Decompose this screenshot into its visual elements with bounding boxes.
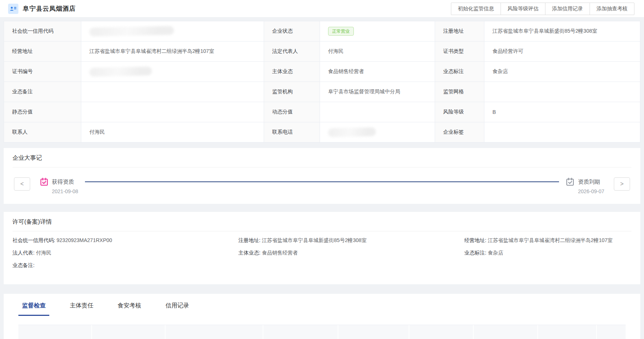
main-content: 社会统一信用代码 企业状态 正常营业 注册地址 江苏省盐城市阜宁县阜城新盛街85… — [0, 18, 644, 339]
info-label-registered-address: 注册地址 — [435, 21, 484, 42]
calendar-check-icon-pink — [40, 177, 49, 186]
milestone-expire: 资质到期 2026-09-07 — [566, 177, 604, 194]
milestones-section-title: 企业大事记 — [13, 155, 42, 161]
info-value-dynamic-score — [320, 102, 435, 122]
info-label-enterprise-status: 企业状态 — [264, 21, 320, 42]
tab-food-safety-assessment[interactable]: 食安考核 — [114, 302, 145, 316]
info-label-supervision-grid: 监管网格 — [435, 82, 484, 102]
info-label-contact-phone: 联系电话 — [264, 122, 320, 143]
info-label-business-mark: 业态标注 — [435, 62, 484, 82]
info-label-certificate-number: 证书编号 — [4, 62, 81, 82]
info-label-certificate-type: 证书类型 — [435, 42, 484, 62]
id-card-icon — [8, 4, 18, 14]
info-value-contact-phone — [320, 122, 435, 143]
milestone-date: 2026-09-07 — [578, 188, 604, 194]
page-title: 阜宁县云凤烟酒店 — [23, 4, 76, 13]
detail-business-address: 经营地址江苏省盐城市阜宁县阜城崔湾村二组绿洲半岛2幢107室 — [465, 237, 631, 244]
info-value-main-business-type: 食品销售经营者 — [320, 62, 435, 82]
info-value-supervision-grid — [484, 82, 640, 102]
info-value-registered-address: 江苏省盐城市阜宁县阜城新盛街85号2幢308室 — [484, 21, 640, 42]
info-label-enterprise-tag: 企业标签 — [435, 122, 484, 143]
timeline-prev-button[interactable]: < — [14, 177, 30, 191]
records-table-header — [18, 325, 626, 339]
tab-subject-responsibility[interactable]: 主体责任 — [66, 302, 97, 316]
info-value-risk-level: B — [484, 102, 640, 122]
info-label-business-address: 经营地址 — [4, 42, 81, 62]
add-spot-check-button[interactable]: 添加抽查考核 — [590, 3, 634, 15]
redacted-smudge — [328, 127, 376, 137]
milestone-date: 2021-09-08 — [52, 188, 78, 194]
info-value-certificate-number — [81, 62, 264, 82]
detail-legal-representative: 法人代表付海民 — [13, 250, 238, 256]
milestones-card: 企业大事记 < 获得资质 2021-09-08 — [4, 148, 640, 204]
info-value-contact-person: 付海民 — [81, 122, 264, 143]
records-tabs: 监督检查 主体责任 食安考核 信用记录 — [18, 302, 626, 316]
tab-supervision-inspection[interactable]: 监督检查 — [18, 302, 49, 316]
info-label-risk-level: 风险等级 — [435, 102, 484, 122]
info-value-static-score — [81, 102, 264, 122]
tab-credit-record[interactable]: 信用记录 — [162, 302, 193, 316]
info-value-enterprise-tag — [484, 122, 640, 143]
risk-level-assess-button[interactable]: 风险等级评估 — [501, 3, 545, 15]
license-section-title: 许可(备案)详情 — [13, 219, 52, 225]
license-detail-grid: 社会统一信用代码92320923MA271RXP00 注册地址江苏省盐城市阜宁县… — [13, 231, 631, 284]
info-value-certificate-type: 食品经营许可 — [484, 42, 640, 62]
detail-registered-address: 注册地址江苏省盐城市阜宁县阜城新盛街85号2幢308室 — [238, 237, 464, 244]
info-label-static-score: 静态分值 — [4, 102, 81, 122]
records-card: 监督检查 主体责任 食安考核 信用记录 — [4, 294, 640, 339]
add-credit-record-button[interactable]: 添加信用记录 — [545, 3, 590, 15]
milestones-timeline: < 获得资质 2021-09-08 — [13, 167, 631, 204]
table-header-cell — [409, 325, 474, 339]
table-header-cell — [18, 325, 92, 339]
redacted-smudge — [89, 26, 174, 37]
milestone-label: 资质到期 — [578, 177, 604, 186]
info-label-contact-person: 联系人 — [4, 122, 81, 143]
milestone-label: 获得资质 — [52, 177, 78, 186]
info-value-legal-representative: 付海民 — [320, 42, 435, 62]
top-header-bar: 阜宁县云凤烟酒店 初始化监管信息 风险等级评估 添加信用记录 添加抽查考核 — [0, 0, 644, 18]
init-supervision-info-button[interactable]: 初始化监管信息 — [451, 3, 501, 15]
license-detail-card: 许可(备案)详情 社会统一信用代码92320923MA271RXP00 注册地址… — [4, 212, 640, 284]
detail-credit-code: 社会统一信用代码92320923MA271RXP00 — [13, 237, 238, 244]
redacted-smudge — [89, 66, 152, 77]
table-header-cell — [597, 325, 626, 339]
table-header-cell — [166, 325, 263, 339]
header-action-buttons: 初始化监管信息 风险等级评估 添加信用记录 添加抽查考核 — [451, 3, 634, 15]
info-label-business-remark: 业态备注 — [4, 82, 81, 102]
info-label-legal-representative: 法定代表人 — [264, 42, 320, 62]
table-header-cell — [474, 325, 538, 339]
info-value-business-mark: 食杂店 — [484, 62, 640, 82]
status-badge: 正常营业 — [328, 27, 354, 36]
info-value-business-address: 江苏省盐城市阜宁县阜城崔湾村二组绿洲半岛2幢107室 — [81, 42, 264, 62]
calendar-check-icon-gray — [566, 177, 574, 186]
info-value-business-remark — [81, 82, 264, 102]
enterprise-info-table: 社会统一信用代码 企业状态 正常营业 注册地址 江苏省盐城市阜宁县阜城新盛街85… — [4, 21, 640, 143]
detail-business-mark: 业态标注食杂店 — [465, 250, 631, 256]
info-label-main-business-type: 主体业态 — [264, 62, 320, 82]
timeline-line — [85, 181, 559, 182]
detail-main-business-type: 主体业态食品销售经营者 — [238, 250, 464, 256]
info-value-credit-code — [81, 21, 264, 42]
milestone-acquired: 获得资质 2021-09-08 — [40, 177, 78, 194]
table-header-cell — [338, 325, 409, 339]
table-header-cell — [538, 325, 597, 339]
info-label-credit-code: 社会统一信用代码 — [4, 21, 81, 42]
info-value-enterprise-status: 正常营业 — [320, 21, 435, 42]
detail-business-remark: 业态备注 — [13, 262, 238, 269]
table-header-cell — [92, 325, 166, 339]
table-header-cell — [263, 325, 338, 339]
info-label-supervision-agency: 监管机构 — [264, 82, 320, 102]
info-value-supervision-agency: 阜宁县市场监督管理局城中分局 — [320, 82, 435, 102]
info-label-dynamic-score: 动态分值 — [264, 102, 320, 122]
timeline-next-button[interactable]: > — [614, 177, 630, 191]
